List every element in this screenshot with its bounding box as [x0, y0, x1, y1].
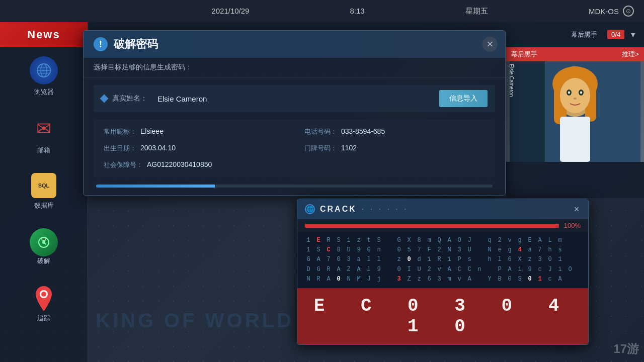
db-label: 数据库 — [34, 201, 54, 210]
info-row-2: 出生日期： 2003.04.10 门牌号码： 1102 — [104, 144, 485, 153]
db-icon: SQL — [31, 173, 56, 198]
phone-label: 电话号码： — [304, 127, 337, 136]
status-day: 星期五 — [465, 7, 488, 16]
mission-counter: 0/4 — [607, 30, 624, 39]
svg-point-19 — [580, 92, 582, 94]
matrix-row-1: 1ERS1ztS GX8mQAOJ q2vgEALm — [305, 236, 581, 245]
svg-point-20 — [574, 98, 577, 100]
phone-cell: 电话号码： 033-8594-685 — [304, 127, 485, 136]
scramble-matrix: 1ERS1ztS GX8mQAOJ q2vgEALm 1SC8D90n 057F… — [297, 232, 588, 288]
browser-icon — [30, 56, 58, 84]
crack-dialog-header: ! 破解密码 × — [84, 31, 505, 58]
status-bar: 2021/10/29 8:13 星期五 MDK-OS ⊙ — [0, 0, 644, 22]
crack-sub-dialog: 🌐 CRACK · · · · · · × 100% 1ERS1ztS GX8m… — [297, 199, 589, 345]
crack-label: 破解 — [37, 256, 50, 265]
crack-dialog-close[interactable]: × — [482, 37, 498, 52]
svg-point-18 — [568, 92, 570, 94]
suspect-header-label: 幕后黑手 — [511, 50, 537, 59]
door-cell: 门牌号码： 1102 — [304, 144, 485, 153]
diamond-icon — [100, 95, 109, 103]
realname-label: 真实姓名： — [112, 94, 147, 103]
birthday-label: 出生日期： — [104, 144, 136, 153]
news-banner[interactable]: News — [0, 22, 88, 47]
news-label: News — [27, 28, 60, 41]
alert-icon: ! — [94, 37, 108, 51]
birthday-value: 2003.04.10 — [140, 144, 176, 152]
phone-value: 033-8594-685 — [341, 127, 385, 135]
svg-rect-7 — [42, 238, 46, 240]
crack-result: E C 0 3 0 4 1 0 — [297, 288, 588, 344]
mail-icon: ✉ — [30, 115, 58, 143]
track-icon — [31, 284, 56, 314]
svg-point-6 — [42, 241, 45, 244]
status-right: MDK-OS ⊙ — [589, 6, 634, 17]
progress-row — [94, 185, 495, 188]
status-date: 2021/10/29 — [211, 7, 249, 16]
ssn-value: AG01220030410850 — [147, 160, 212, 168]
matrix-row-3: GA703all z0diRiPs hl6Xz301 — [305, 255, 581, 264]
right-panel: 幕后黑手 推理> — [506, 47, 644, 198]
sidebar-item-browser[interactable]: 浏览器 — [30, 56, 58, 97]
crack-dialog: ! 破解密码 × 选择目标足够的信息生成密码： 真实姓名： Elsie Came… — [83, 30, 506, 196]
ssn-label: 社会保障号： — [104, 160, 143, 169]
progress-bar-bg — [96, 185, 493, 188]
matrix-row-2: 1SC8D90n 057F2N3U Neg4a7hs — [305, 245, 581, 255]
realname-value: Elsie Cameron — [152, 95, 434, 103]
door-label: 门牌号码： — [304, 144, 337, 153]
crack-dialog-body: 真实姓名： Elsie Cameron 信息导入 常用昵称： Elsieee 电… — [84, 77, 505, 195]
nickname-value: Elsieee — [140, 127, 164, 135]
chevron-down-icon: ▼ — [629, 31, 636, 39]
svg-point-15 — [560, 78, 590, 113]
door-value: 1102 — [341, 144, 357, 152]
crack-dialog-subtitle: 选择目标足够的信息生成密码： — [84, 58, 505, 77]
crack-progress-row: 100% — [297, 219, 588, 232]
topbar-right: 幕后黑手 0/4 ▼ — [571, 30, 636, 39]
right-panel-header: 幕后黑手 推理> — [506, 47, 644, 61]
suspect-card: Elsie Cameron — [506, 61, 644, 162]
crack-sub-close[interactable]: × — [570, 203, 583, 216]
status-time: 8:13 — [350, 7, 364, 16]
crack-progress-fill — [305, 224, 559, 228]
crack-sub-title: CRACK — [320, 205, 357, 214]
suspect-name-label: Elsie Cameron — [509, 64, 514, 97]
os-icon: ⊙ — [623, 6, 634, 17]
sidebar-item-mail[interactable]: ✉ 邮箱 — [30, 115, 58, 155]
suspect-image: Elsie Cameron — [506, 61, 644, 162]
crack-dialog-title: 破解密码 — [114, 37, 158, 52]
ssn-cell: 社会保障号： AG01220030410850 — [104, 160, 485, 169]
deduce-button[interactable]: 推理> — [622, 50, 639, 59]
crack-progress-bg — [305, 224, 559, 228]
track-label: 追踪 — [37, 314, 50, 323]
mission-label: 幕后黑手 — [571, 30, 597, 39]
crack-sub-header: 🌐 CRACK · · · · · · × — [297, 199, 588, 219]
nickname-label: 常用昵称： — [104, 127, 136, 136]
globe-icon: 🌐 — [305, 204, 315, 214]
crack-dots: · · · · · · — [362, 205, 409, 214]
crack-percent: 100% — [564, 222, 581, 229]
left-sidebar: News 浏览器 ✉ 邮箱 SQL 数据库 — [0, 22, 88, 362]
birthday-cell: 出生日期： 2003.04.10 — [104, 144, 284, 153]
nickname-cell: 常用昵称： Elsieee — [104, 127, 284, 136]
info-row-1: 常用昵称： Elsieee 电话号码： 033-8594-685 — [104, 127, 485, 136]
sidebar-item-database[interactable]: SQL 数据库 — [31, 173, 56, 210]
matrix-row-4: DGRAZAl9 0IU2vACCn PAi9cJiO — [305, 265, 581, 275]
info-grid: 常用昵称： Elsieee 电话号码： 033-8594-685 出生日期： 2… — [94, 120, 495, 177]
sidebar-item-crack[interactable]: 破解 — [30, 228, 58, 265]
sidebar-item-track[interactable]: 追踪 — [31, 284, 56, 323]
svg-point-9 — [41, 292, 46, 297]
realname-row: 真实姓名： Elsie Cameron 信息导入 — [94, 85, 495, 112]
import-button[interactable]: 信息导入 — [439, 90, 488, 107]
mail-label: 邮箱 — [37, 146, 50, 155]
watermark: 17游 — [613, 341, 639, 357]
status-center: 2021/10/29 8:13 星期五 — [211, 7, 488, 16]
svg-rect-22 — [510, 61, 545, 162]
bg-text: KING OF WORLD — [96, 309, 294, 332]
matrix-row-5: NRA0NMJj 3Zz63mvA YB0S01cA — [305, 275, 581, 284]
browser-label: 浏览器 — [34, 87, 54, 97]
info-row-3: 社会保障号： AG01220030410850 — [104, 160, 485, 169]
svg-rect-21 — [560, 117, 590, 162]
progress-bar-fill — [96, 185, 215, 188]
crack-icon — [30, 228, 58, 256]
status-os: MDK-OS — [589, 7, 619, 16]
